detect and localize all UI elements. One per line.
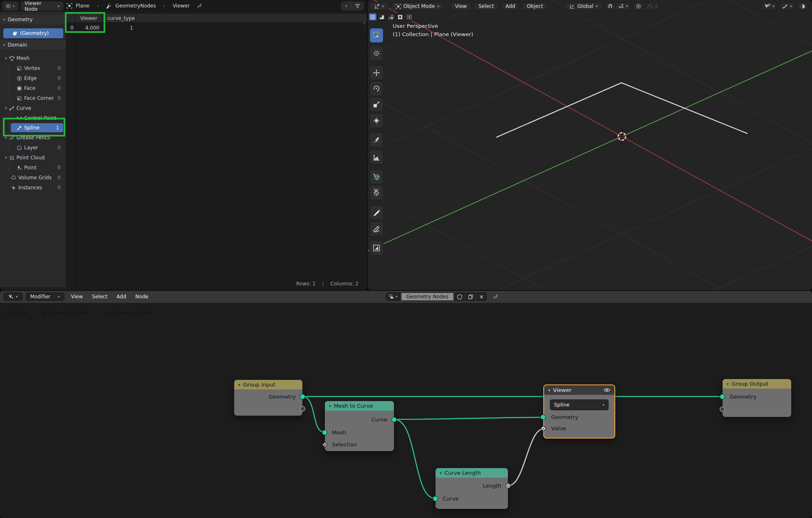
tool-brush-blue[interactable] <box>369 221 384 236</box>
node-group-output[interactable]: ▾ Group Output Geometry <box>722 379 792 417</box>
editor-type-button[interactable]: ▾ <box>2 2 18 10</box>
3d-cursor[interactable] <box>614 129 630 144</box>
node-header[interactable]: ▾ Mesh to Curve <box>325 401 394 411</box>
select-mode-extend-button[interactable] <box>378 13 386 21</box>
select-mode-new-button[interactable] <box>369 13 377 21</box>
sidebar-item-layer[interactable]: Layer 0 <box>17 143 65 152</box>
select-mode-invert-button[interactable] <box>396 13 404 21</box>
tool-cursor[interactable] <box>369 46 384 61</box>
collapse-chevron-icon[interactable]: ▾ <box>329 404 331 408</box>
menu-select[interactable]: Select <box>474 2 498 10</box>
input-socket-curve[interactable] <box>433 496 438 501</box>
menu-object[interactable]: Object <box>522 2 547 10</box>
gizmos-dropdown[interactable]: ▾ <box>780 2 795 10</box>
domain-count: 0 <box>57 175 61 181</box>
mode-dropdown[interactable]: Object Mode ▾ <box>391 2 444 10</box>
geometry-ball-icon <box>12 31 18 36</box>
input-socket-geometry[interactable] <box>720 394 725 399</box>
eye-icon[interactable] <box>604 388 610 392</box>
pin-icon[interactable] <box>196 3 203 9</box>
sidebar-item-geometry[interactable]: (Geometry) <box>3 28 63 38</box>
status-separator: | <box>322 281 324 287</box>
filter-button[interactable] <box>352 2 364 10</box>
tool-select-box[interactable] <box>369 28 384 43</box>
sidebar-item-volume-grids[interactable]: Volume Grids 0 <box>11 173 65 182</box>
shading-mode-button[interactable] <box>797 2 808 10</box>
node-viewer[interactable]: ▾ Viewer Spline ▾ Geometry Value <box>543 384 615 439</box>
transform-orientation-dropdown[interactable]: Global ▾ <box>565 2 602 10</box>
output-socket-curve[interactable] <box>391 417 397 422</box>
sidebar-section-domain[interactable]: ▾ Domain <box>0 40 66 50</box>
snap-toggle-button[interactable] <box>605 2 616 10</box>
spreadsheet-filter-group <box>341 2 364 10</box>
tool-move[interactable] <box>369 65 384 80</box>
sidebar-item-point-cloud[interactable]: ▾ Point Cloud <box>5 153 65 162</box>
sidebar-item-face-corner[interactable]: Face Corner 0 <box>17 94 65 103</box>
snap-target-dropdown[interactable]: ▾ <box>616 2 631 10</box>
sidebar-item-face[interactable]: Face 0 <box>17 84 65 93</box>
tool-add-cube[interactable] <box>369 169 384 184</box>
collapse-chevron-icon[interactable]: ▾ <box>238 383 240 387</box>
select-mode-subtract-button[interactable] <box>387 13 395 21</box>
menu-view[interactable]: View <box>451 2 471 10</box>
input-socket-mesh[interactable] <box>322 430 327 435</box>
cursor-arrow-icon <box>345 4 348 8</box>
falloff-dropdown[interactable]: ▾ <box>644 2 660 10</box>
domain-count: 0 <box>57 95 61 101</box>
collapse-chevron-icon[interactable]: ▾ <box>727 382 729 386</box>
sidebar-expand-arrow[interactable]: ‹ <box>363 20 365 26</box>
tool-region[interactable] <box>369 240 384 255</box>
sidebar-item-control-point[interactable]: Control Point <box>17 114 65 123</box>
menu-add[interactable]: Add <box>501 2 520 10</box>
sidebar-item-grease-pencil[interactable]: ▾ Grease Pencil <box>5 133 65 142</box>
sidebar-item-spline[interactable]: Spline 1 <box>11 123 63 132</box>
node-mesh-to-curve[interactable]: ▾ Mesh to Curve Curve Mesh Selection <box>324 401 394 451</box>
tool-transform[interactable] <box>369 113 384 128</box>
white-red-blade-icon <box>373 209 380 216</box>
tool-scale[interactable] <box>369 97 384 112</box>
sidebar-item-edge[interactable]: Edge 0 <box>17 74 65 83</box>
breadcrumb-node[interactable]: Viewer <box>173 3 190 9</box>
column-divider <box>75 14 75 290</box>
dataset-selector-dropdown[interactable]: Viewer Node ▾ <box>21 2 63 10</box>
orientation-label: Global <box>577 3 593 9</box>
object-type-visibility-dropdown[interactable]: ▾ <box>761 2 777 10</box>
node-header[interactable]: ▾ Viewer <box>544 385 614 395</box>
sidebar-item-vertex[interactable]: Vertex 0 <box>17 64 65 73</box>
sidebar-item-label: Control Point <box>24 115 56 121</box>
sidebar-item-point[interactable]: Point 0 <box>17 163 65 172</box>
tool-brush-crop[interactable] <box>369 205 384 220</box>
tool-extrude-region[interactable] <box>369 185 384 200</box>
sidebar-section-geometry[interactable]: ▾ Geometry <box>0 15 66 24</box>
tool-measure[interactable] <box>369 150 384 165</box>
proportional-editing-button[interactable] <box>633 2 644 10</box>
sidebar-item-curve[interactable]: ▾ Curve <box>5 104 65 113</box>
input-socket-virtual[interactable] <box>720 406 725 412</box>
node-header[interactable]: ▾ Curve Length <box>436 468 508 478</box>
breadcrumb-modifier[interactable]: GeometryNodes <box>115 3 156 9</box>
face-corner-icon <box>17 96 22 101</box>
output-socket-virtual[interactable] <box>300 406 305 411</box>
tool-rotate[interactable] <box>369 81 384 96</box>
curve-type-column-header[interactable]: curve_type <box>102 14 136 23</box>
chevron-down-icon: ▾ <box>5 56 7 60</box>
viewer-column-header[interactable]: Viewer <box>75 14 102 23</box>
viewer-domain-dropdown[interactable]: Spline ▾ <box>550 399 609 410</box>
sidebar-item-label: Edge <box>24 75 37 81</box>
output-socket-geometry[interactable] <box>300 394 305 399</box>
node-header[interactable]: ▾ Group Input <box>234 380 302 389</box>
collapse-chevron-icon[interactable]: ▾ <box>440 471 442 475</box>
breadcrumb-object[interactable]: Plane <box>76 3 89 9</box>
sidebar-item-mesh[interactable]: ▾ Mesh <box>5 54 65 63</box>
editor-type-button[interactable]: ▾ <box>369 2 389 10</box>
node-curve-length[interactable]: ▾ Curve Length Length Curve <box>435 468 508 509</box>
row-filter-toggle-button[interactable] <box>341 2 352 10</box>
node-header[interactable]: ▾ Group Output <box>723 379 791 389</box>
input-socket-geometry[interactable] <box>540 414 546 420</box>
tool-annotate[interactable] <box>369 132 384 147</box>
output-socket-length[interactable] <box>505 483 511 488</box>
node-group-input[interactable]: ▾ Group Input Geometry <box>234 379 303 416</box>
sidebar-item-instances[interactable]: Instances 0 <box>11 183 65 192</box>
collapse-chevron-icon[interactable]: ▾ <box>548 388 550 392</box>
select-mode-intersect-button[interactable] <box>405 13 413 21</box>
